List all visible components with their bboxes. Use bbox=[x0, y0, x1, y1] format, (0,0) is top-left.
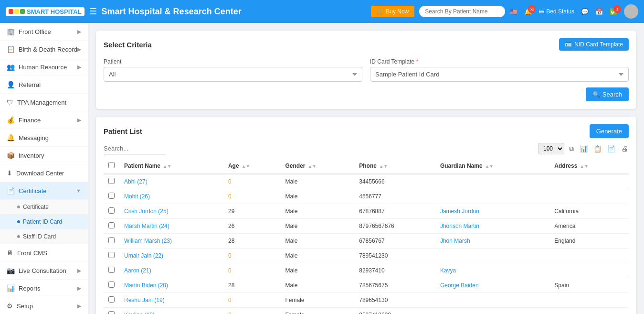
sort-patient-name[interactable]: ▲▼ bbox=[163, 164, 171, 169]
row-check-7[interactable] bbox=[108, 282, 115, 288]
print-icon[interactable]: 🖨 bbox=[620, 144, 629, 153]
row-name-8[interactable]: Reshu Jain (19) bbox=[119, 293, 223, 308]
sidebar-item-certificate[interactable]: 📄Certificate ▼ bbox=[0, 182, 88, 200]
sidebar-item-live-consultation[interactable]: 📷Live Consultation ▶ bbox=[0, 262, 88, 280]
row-check-2[interactable] bbox=[108, 207, 115, 214]
row-name-9[interactable]: Kevline (18) bbox=[119, 308, 223, 314]
sidebar-item-front-office[interactable]: 🏢Front Office ▶ bbox=[0, 23, 88, 41]
sidebar-sub-certificate[interactable]: Certificate bbox=[0, 200, 88, 215]
logo[interactable]: SMART HOSPITAL bbox=[6, 7, 84, 16]
row-check-4[interactable] bbox=[108, 237, 115, 243]
patient-list-card: Patient List Generate 100 50 25 ⧉ 📊 📋 📄 … bbox=[96, 117, 636, 314]
row-name-6[interactable]: Aaron (21) bbox=[119, 263, 223, 278]
sidebar-item-birth-death[interactable]: 📋Birth & Death Record ▶ bbox=[0, 41, 88, 58]
row-name-7[interactable]: Martin Biden (20) bbox=[119, 278, 223, 293]
patient-select[interactable]: All bbox=[104, 67, 362, 82]
sidebar-item-human-resource[interactable]: 👥Human Resource ▶ bbox=[0, 58, 88, 76]
task-icon-wrap[interactable]: ✅ 1 bbox=[610, 8, 617, 15]
user-avatar[interactable] bbox=[624, 4, 638, 19]
csv-icon[interactable]: 📋 bbox=[592, 144, 602, 153]
sidebar-sub-patient-id[interactable]: Patient ID Card bbox=[0, 215, 88, 229]
row-name-2[interactable]: Crish Jordon (25) bbox=[119, 204, 223, 219]
list-controls: 100 50 25 ⧉ 📊 📋 📄 🖨 bbox=[538, 143, 629, 154]
row-check-6[interactable] bbox=[108, 267, 115, 273]
excel-icon[interactable]: 📊 bbox=[579, 144, 589, 153]
id-card-template-button[interactable]: 🪪 NID Card Template bbox=[559, 38, 629, 51]
sub-label-staff-id: Staff ID Card bbox=[23, 233, 56, 240]
sidebar-item-reports[interactable]: 📊Reports ▶ bbox=[0, 280, 88, 297]
search-button[interactable]: 🔍 Search bbox=[586, 87, 629, 101]
dot-certificate bbox=[17, 206, 20, 208]
logo-text: SMART HOSPITAL bbox=[27, 8, 82, 15]
row-guardian-2[interactable]: Jamesh Jordon bbox=[435, 204, 549, 219]
pdf-icon[interactable]: 📄 bbox=[606, 144, 616, 153]
row-address-6 bbox=[549, 263, 629, 278]
row-check-9[interactable] bbox=[108, 311, 115, 314]
row-name-5[interactable]: Umair Jain (22) bbox=[119, 249, 223, 263]
copy-icon[interactable]: ⧉ bbox=[568, 144, 575, 154]
row-name-1[interactable]: Mohit (26) bbox=[119, 189, 223, 204]
row-address-2: California bbox=[549, 204, 629, 219]
flag-icon[interactable]: 🇺🇸 bbox=[510, 8, 517, 15]
row-name-0[interactable]: Abhi (27) bbox=[119, 174, 223, 189]
row-phone-4: 67856767 bbox=[354, 234, 435, 249]
row-check-5[interactable] bbox=[108, 252, 115, 258]
calendar-icon[interactable]: 📅 bbox=[595, 8, 603, 15]
sort-address[interactable]: ▲▼ bbox=[580, 164, 589, 169]
sort-phone[interactable]: ▲▼ bbox=[379, 164, 388, 169]
per-page-select[interactable]: 100 50 25 bbox=[538, 143, 564, 154]
certificate-submenu: Certificate Patient ID Card Staff ID Car… bbox=[0, 200, 88, 244]
table-body: Abhi (27) 0 Male 34455666 Mohit (26) 0 M… bbox=[104, 174, 629, 314]
row-guardian-7[interactable]: George Baiden bbox=[435, 278, 549, 293]
patient-list-search[interactable] bbox=[104, 143, 166, 154]
id-card-template-field: ID Card Template * Sample Patient Id Car… bbox=[370, 58, 629, 82]
inventory-icon: 📦 bbox=[7, 152, 15, 159]
id-card-template-select[interactable]: Sample Patient Id Card bbox=[370, 67, 629, 82]
row-phone-8: 789654130 bbox=[354, 293, 435, 308]
whatsapp-icon[interactable]: 💬 bbox=[581, 8, 589, 15]
sub-label-patient-id: Patient ID Card bbox=[23, 218, 62, 225]
sidebar-item-tpa-management[interactable]: 🛡TPA Management bbox=[0, 94, 88, 111]
sidebar-label-inventory: Inventory bbox=[19, 152, 44, 159]
hamburger-icon[interactable]: ☰ bbox=[89, 6, 97, 17]
sidebar-sub-staff-id[interactable]: Staff ID Card bbox=[0, 229, 88, 244]
row-address-0 bbox=[549, 174, 629, 189]
patient-search-input[interactable] bbox=[419, 6, 505, 17]
sidebar-item-referral[interactable]: 👤Referral bbox=[0, 76, 88, 94]
row-check-0[interactable] bbox=[108, 178, 115, 184]
bell-icon-wrap[interactable]: 🔔 52 bbox=[524, 8, 532, 15]
sort-age[interactable]: ▲▼ bbox=[242, 164, 250, 169]
sidebar-item-front-cms[interactable]: 🖥Front CMS bbox=[0, 244, 88, 262]
row-address-9 bbox=[549, 308, 629, 314]
select-all-checkbox[interactable] bbox=[108, 162, 115, 168]
buy-now-button[interactable]: 🛒 Buy Now bbox=[371, 6, 414, 17]
sidebar-item-inventory[interactable]: 📦Inventory bbox=[0, 147, 88, 164]
sidebar-item-messaging[interactable]: 🔔Messaging bbox=[0, 129, 88, 147]
sort-gender[interactable]: ▲▼ bbox=[308, 164, 317, 169]
main-content: Select Criteria 🪪 NID Card Template Pati… bbox=[88, 23, 644, 314]
sidebar-label-reports: Reports bbox=[19, 285, 41, 292]
row-name-3[interactable]: Marsh Martin (24) bbox=[119, 219, 223, 234]
chevron-human-resource: ▶ bbox=[77, 64, 81, 70]
row-guardian-3[interactable]: Jhonson Martin bbox=[435, 219, 549, 234]
row-check-3[interactable] bbox=[108, 222, 115, 228]
sidebar-item-download-center[interactable]: ⬇Download Center bbox=[0, 164, 88, 182]
search-row: 🔍 Search bbox=[104, 87, 629, 101]
buy-now-label: Buy Now bbox=[386, 8, 409, 15]
sort-guardian[interactable]: ▲▼ bbox=[485, 164, 494, 169]
row-guardian-6[interactable]: Kavya bbox=[435, 263, 549, 278]
generate-button[interactable]: Generate bbox=[590, 124, 629, 138]
navbar: SMART HOSPITAL ☰ Smart Hospital & Resear… bbox=[0, 0, 644, 23]
row-check-8[interactable] bbox=[108, 296, 115, 303]
row-guardian-4[interactable]: Jhon Marsh bbox=[435, 234, 549, 249]
row-gender-4: Male bbox=[281, 234, 355, 249]
row-checkbox-9 bbox=[104, 308, 119, 314]
row-address-7: Spain bbox=[549, 278, 629, 293]
row-check-1[interactable] bbox=[108, 193, 115, 199]
row-name-4[interactable]: William Marsh (23) bbox=[119, 234, 223, 249]
patient-field: Patient All bbox=[104, 58, 362, 82]
sidebar-item-setup[interactable]: ⚙Setup ▶ bbox=[0, 297, 88, 314]
sidebar-item-finance[interactable]: 💰Finance ▶ bbox=[0, 111, 88, 129]
table-row: Crish Jordon (25) 29 Male 67876887 James… bbox=[104, 204, 629, 219]
bed-status[interactable]: 🛏 Bed Status bbox=[538, 8, 574, 15]
